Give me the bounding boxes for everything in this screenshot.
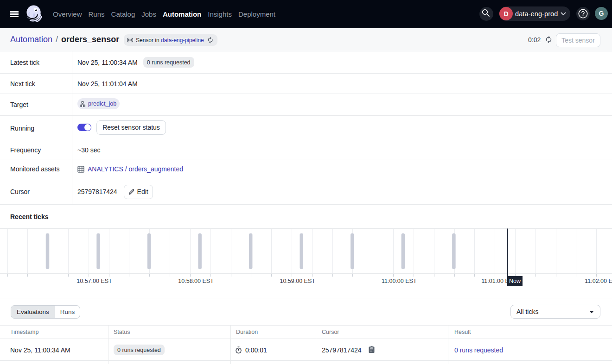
svg-text:10:58:00 EST: 10:58:00 EST — [178, 278, 214, 284]
svg-text:11:02:00 EST: 11:02:00 EST — [585, 278, 612, 284]
svg-text:10:59:00 EST: 10:59:00 EST — [280, 278, 315, 284]
svg-text:10:57:00 EST: 10:57:00 EST — [76, 278, 112, 284]
svg-text:11:00:00 EST: 11:00:00 EST — [382, 278, 417, 284]
svg-text:Now: Now — [509, 278, 521, 284]
